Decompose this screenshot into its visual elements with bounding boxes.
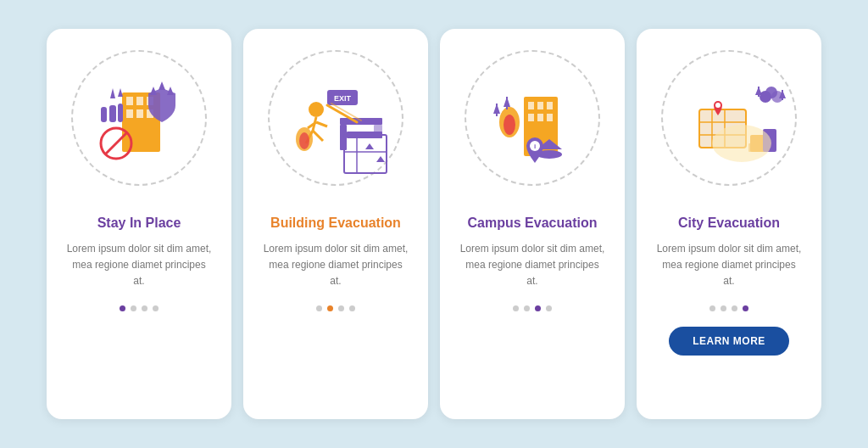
card-content-1: Stay In Place Lorem ipsum dolor sit dim … — [47, 207, 231, 400]
card-dots-4 — [709, 305, 748, 311]
card-illustration-3: i — [440, 29, 625, 207]
dot-2-2[interactable] — [327, 305, 333, 311]
dot-1-2[interactable] — [131, 305, 136, 311]
svg-marker-24 — [365, 143, 374, 149]
dot-4-3[interactable] — [732, 305, 737, 311]
svg-point-33 — [299, 132, 309, 149]
svg-point-48 — [504, 115, 515, 135]
svg-rect-9 — [101, 107, 107, 122]
svg-point-66 — [765, 87, 777, 98]
card-title-2: Building Evacuation — [270, 216, 401, 231]
card-city-evacuation: City Evacuation Lorem ipsum dolor sit di… — [637, 29, 821, 419]
svg-marker-15 — [159, 81, 165, 90]
illustration-city-evacuation — [657, 46, 801, 190]
illustration-campus-evacuation: i — [460, 46, 604, 190]
svg-rect-7 — [109, 105, 116, 122]
svg-line-30 — [316, 122, 327, 126]
svg-rect-8 — [118, 104, 123, 122]
dot-4-4[interactable] — [743, 305, 748, 311]
svg-marker-25 — [376, 156, 385, 162]
card-stay-in-place: Stay In Place Lorem ipsum dolor sit dim … — [47, 29, 231, 419]
svg-point-71 — [712, 125, 771, 162]
dot-4-1[interactable] — [709, 305, 715, 311]
card-illustration-2: EXIT — [243, 29, 428, 207]
card-dots-3 — [513, 305, 552, 311]
dot-2-3[interactable] — [338, 305, 344, 311]
svg-point-26 — [309, 102, 324, 117]
svg-text:i: i — [534, 143, 536, 150]
card-body-4: Lorem ipsum dolor sit dim amet, mea regi… — [655, 241, 803, 290]
illustration-stay-in-place — [67, 46, 211, 190]
card-content-4: City Evacuation Lorem ipsum dolor sit di… — [637, 207, 821, 400]
dot-1-3[interactable] — [142, 305, 147, 311]
dot-3-2[interactable] — [524, 305, 530, 311]
card-body-2: Lorem ipsum dolor sit dim amet, mea regi… — [262, 241, 409, 290]
dot-1-4[interactable] — [153, 305, 159, 311]
svg-rect-44 — [547, 114, 553, 121]
learn-more-button[interactable]: LEARN MORE — [669, 327, 789, 356]
svg-rect-2 — [136, 97, 143, 105]
svg-marker-11 — [118, 88, 123, 97]
illustration-building-evacuation: EXIT — [264, 46, 408, 190]
card-content-3: Campus Evacuation Lorem ipsum dolor sit … — [440, 207, 625, 400]
dot-4-2[interactable] — [721, 305, 726, 311]
card-campus-evacuation: i Campus Evacuation Lorem ipsum dolor si… — [440, 29, 625, 419]
svg-line-29 — [313, 131, 323, 141]
svg-rect-40 — [537, 102, 543, 109]
cards-container: Stay In Place Lorem ipsum dolor sit dim … — [30, 12, 838, 436]
card-illustration-4 — [637, 29, 821, 207]
card-building-evacuation: EXIT Building Evacuation Lorem ipsum dol… — [243, 29, 428, 419]
card-dots-1 — [120, 305, 159, 311]
card-body-3: Lorem ipsum dolor sit dim amet, mea regi… — [459, 241, 606, 290]
svg-rect-4 — [126, 109, 133, 118]
svg-rect-42 — [528, 114, 534, 121]
dot-3-4[interactable] — [546, 305, 552, 311]
dot-3-1[interactable] — [513, 305, 519, 311]
svg-rect-5 — [136, 109, 143, 118]
dot-3-3[interactable] — [535, 305, 541, 311]
svg-rect-20 — [374, 125, 382, 138]
card-dots-2 — [316, 305, 355, 311]
svg-text:EXIT: EXIT — [334, 94, 352, 103]
dot-2-1[interactable] — [316, 305, 322, 311]
svg-rect-21 — [344, 135, 387, 173]
card-title-3: Campus Evacuation — [468, 216, 598, 231]
svg-rect-39 — [528, 102, 534, 109]
dot-2-4[interactable] — [349, 305, 355, 311]
card-body-1: Lorem ipsum dolor sit dim amet, mea regi… — [65, 241, 213, 290]
dot-1-1[interactable] — [120, 305, 125, 311]
svg-rect-43 — [537, 114, 543, 121]
card-illustration-1 — [47, 29, 231, 207]
svg-point-60 — [715, 103, 721, 108]
card-title-4: City Evacuation — [678, 216, 780, 231]
svg-rect-1 — [126, 97, 133, 105]
card-title-1: Stay In Place — [97, 216, 181, 231]
svg-rect-41 — [547, 102, 553, 109]
svg-marker-10 — [110, 88, 115, 98]
card-content-2: Building Evacuation Lorem ipsum dolor si… — [243, 207, 428, 400]
